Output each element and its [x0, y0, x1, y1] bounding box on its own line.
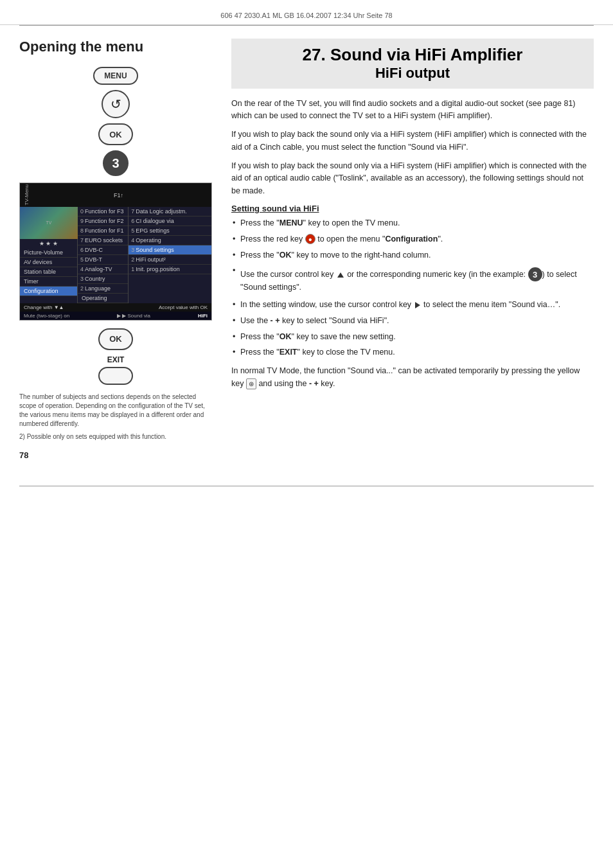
yellow-key-icon: ⊛ — [246, 378, 256, 390]
cursor-right-icon — [415, 302, 420, 308]
tv-menu-right-3: 3Sound settings — [129, 245, 211, 255]
tv-menu-mid-4: 4Analog-TV — [78, 265, 128, 274]
triangle-icon: ▶ — [117, 313, 121, 319]
page: 606 47 2030.A1 ML GB 16.04.2007 12:34 Uh… — [0, 0, 613, 868]
normal-mode-text: In normal TV Mode, the function "Sound v… — [231, 365, 594, 390]
paragraph-1: On the rear of the TV set, you will find… — [231, 98, 594, 123]
body-text: On the rear of the TV set, you will find… — [231, 98, 594, 198]
right-title-line2: HiFi output — [242, 65, 583, 82]
tv-menu-f1-icon: F1↑ — [114, 192, 123, 199]
tv-menu-header-label: TV-Menu — [24, 184, 30, 205]
back-icon: ↺ — [111, 96, 121, 112]
tv-menu-right-col: 7Data Logic adjustm. 6CI dialogue via 5E… — [129, 207, 211, 303]
tv-menu-right-7: 7Data Logic adjustm. — [129, 207, 211, 217]
tv-menu-mid-2: 2Language — [78, 284, 128, 294]
tv-menu-item-config[interactable]: Configuration — [20, 287, 77, 296]
tv-menu-item-av[interactable]: AV devices — [20, 258, 77, 267]
tv-menu-item-picture[interactable]: Picture-Volume — [20, 248, 77, 258]
tv-menu-mid-op: Operating — [78, 294, 128, 303]
footnote2-text: 2) Possible only on sets equipped with t… — [19, 432, 212, 441]
tv-menu-right-items: 7Data Logic adjustm. 6CI dialogue via 5E… — [129, 207, 211, 274]
ok-button-bottom[interactable]: OK — [98, 328, 133, 350]
tv-menu-right-5: 5EPG settings — [129, 226, 211, 236]
bullet-8: Press the "EXIT" key to close the TV men… — [231, 346, 594, 359]
ok-button-top[interactable]: OK — [98, 123, 133, 145]
tv-menu-hifi: HiFi — [198, 313, 208, 319]
tv-menu-mid-9: 9Function for F2 — [78, 217, 128, 226]
tv-menu-mute: Mute (two-stage) on — [24, 313, 69, 319]
header-bar: 606 47 2030.A1 ML GB 16.04.2007 12:34 Uh… — [0, 0, 613, 25]
back-button[interactable]: ↺ — [102, 90, 130, 118]
tv-menu-mid-7: 7EURO sockets — [78, 236, 128, 245]
bullet-7: Press the "OK" key to save the new setti… — [231, 331, 594, 343]
main-content: Opening the menu MENU ↺ OK 3 TV-Menu F1↑ — [0, 26, 613, 473]
left-column: Opening the menu MENU ↺ OK 3 TV-Menu F1↑ — [19, 39, 225, 460]
tv-menu-item-timer[interactable]: Timer — [20, 277, 77, 287]
tv-menu-right-2: 2HiFi output² — [129, 255, 211, 265]
tv-menu-footer-change: Change with ▼▲ — [24, 305, 64, 310]
right-title-line1: 27. Sound via HiFi Amplifier — [242, 45, 583, 65]
paragraph-3: If you wish to play back the sound only … — [231, 160, 594, 197]
tv-menu-right-6: 6CI dialogue via — [129, 217, 211, 226]
tv-menu-footer-accept: Accept value with OK — [159, 305, 208, 310]
tv-menu-screenshot: TV-Menu F1↑ TV ★ ★ ★ Picture-Volume AV d… — [19, 182, 212, 320]
tv-menu-middle-col: 0Function for F3 9Function for F2 8Funct… — [78, 207, 129, 303]
bullet-list-extra: In the setting window, use the cursor co… — [231, 299, 594, 359]
bullet-list-main: Press the "MENU" key to open the TV menu… — [231, 217, 594, 294]
tv-menu-mid-3: 3Country — [78, 274, 128, 284]
tv-menu-mid-6: 6DVB-C — [78, 245, 128, 255]
header-text: 606 47 2030.A1 ML GB 16.04.2007 12:34 Uh… — [220, 12, 392, 19]
number-3-inline: 3 — [528, 267, 542, 281]
footnote-text: The number of subjects and sections depe… — [19, 393, 212, 429]
tv-menu-right-4: 4Operating — [129, 236, 211, 245]
right-title: 27. Sound via HiFi Amplifier HiFi output — [231, 39, 594, 89]
tv-menu-image: TV — [20, 207, 78, 239]
exit-label: EXIT — [107, 355, 125, 364]
tv-menu-mid-8: 8Function for F1 — [78, 226, 128, 236]
right-column: 27. Sound via HiFi Amplifier HiFi output… — [225, 39, 594, 460]
bullet-5: In the setting window, use the cursor co… — [231, 299, 594, 311]
bullet-2: Press the red key ● to open the menu "Co… — [231, 233, 594, 245]
tv-menu-mid-5: 5DVB-T — [78, 255, 128, 265]
left-title: Opening the menu — [19, 39, 212, 55]
number-button[interactable]: 3 — [103, 150, 129, 176]
paragraph-2: If you wish to play back the sound only … — [231, 128, 594, 154]
ok-exit-area: OK EXIT — [19, 326, 212, 385]
tv-menu-body: TV ★ ★ ★ Picture-Volume AV devices Stati… — [20, 207, 211, 303]
tv-menu-stars: ★ ★ ★ — [20, 239, 77, 248]
bullet-4: Use the cursor control key or the corres… — [231, 265, 594, 294]
setting-title: Setting sound via HiFi — [231, 204, 594, 213]
cursor-up-icon — [337, 272, 344, 278]
tv-menu-middle-items: 0Function for F3 9Function for F2 8Funct… — [78, 207, 128, 303]
page-number: 78 — [19, 450, 212, 460]
tv-menu-footer: Change with ▼▲ Accept value with OK — [20, 303, 211, 312]
footer-divider — [19, 486, 594, 486]
remote-area: MENU ↺ OK 3 — [19, 67, 212, 176]
tv-menu-mid-0: 0Function for F3 — [78, 207, 128, 217]
tv-menu-left-nav: TV ★ ★ ★ Picture-Volume AV devices Stati… — [20, 207, 78, 303]
tv-menu-right-1: 1Init. prog.position — [129, 265, 211, 274]
bullet-3: Press the "OK" key to move to the right-… — [231, 249, 594, 261]
tv-menu-status-bar: Mute (two-stage) on ▶ ▶ Sound via HiFi — [20, 312, 211, 320]
red-key-icon: ● — [305, 234, 315, 244]
tv-menu-left-items: Picture-Volume AV devices Station table … — [20, 248, 77, 296]
tv-menu-sound: ▶ ▶ Sound via — [117, 313, 150, 319]
bullet-6: Use the - + key to select "Sound via HiF… — [231, 315, 594, 327]
tv-menu-item-station[interactable]: Station table — [20, 267, 77, 277]
bullet-1: Press the "MENU" key to open the TV menu… — [231, 217, 594, 229]
exit-button[interactable] — [98, 367, 133, 385]
tv-menu-header: TV-Menu F1↑ — [20, 183, 211, 206]
menu-button[interactable]: MENU — [93, 67, 138, 85]
